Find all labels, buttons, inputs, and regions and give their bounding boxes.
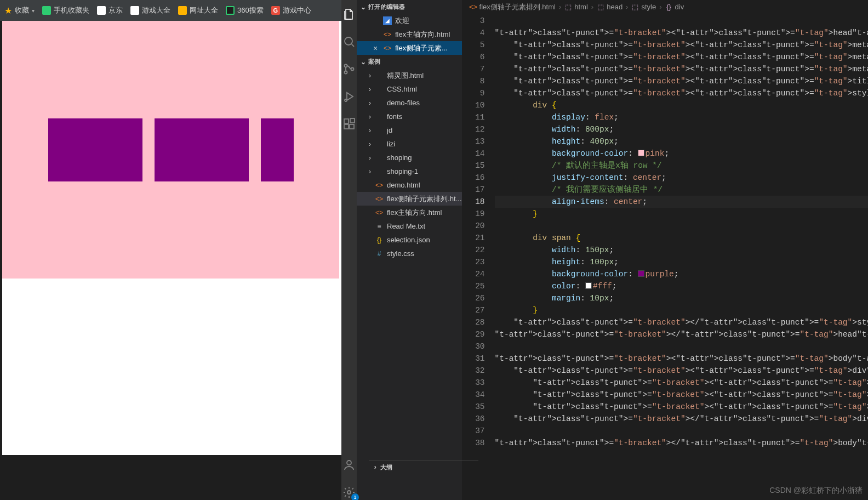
open-editor-welcome[interactable]: ◢ 欢迎 (357, 14, 462, 27)
breadcrumb-div[interactable]: {} div (665, 3, 684, 11)
section-title: 打开的编辑器 (368, 3, 406, 11)
txt-icon: ≡ (375, 222, 384, 231)
extensions-icon[interactable] (341, 116, 357, 132)
phone-icon (42, 6, 51, 15)
run-debug-icon[interactable] (341, 89, 357, 104)
tree-item-label: flex侧轴子元素排列.ht... (387, 194, 462, 204)
bookmark-phone[interactable]: 手机收藏夹 (42, 5, 89, 15)
gamecenter-icon: G (271, 6, 280, 15)
tree-item-label: jd (387, 126, 392, 134)
breadcrumb-html[interactable]: ⬚ html (564, 3, 588, 11)
breadcrumb-file[interactable]: <> flex侧轴子元素排列.html (470, 2, 556, 12)
file-item[interactable]: ›精灵图.html (357, 69, 462, 82)
chevron-icon: › (367, 72, 373, 79)
flex-item (48, 118, 142, 181)
folder-item[interactable]: ›shoping-1 (357, 164, 462, 178)
tree-item-label: CSS.html (387, 85, 417, 93)
search-icon[interactable] (341, 34, 357, 49)
vscode-window: ⌄ 打开的编辑器 ◢ 欢迎 <> flex主轴方向.html × <> flex… (341, 0, 868, 500)
folder-icon (375, 167, 384, 176)
css-icon: # (375, 249, 384, 258)
account-icon[interactable] (341, 457, 357, 473)
file-item[interactable]: <>demo.html (357, 178, 462, 192)
breadcrumb-separator: › (626, 3, 628, 11)
breadcrumb-label: html (574, 3, 588, 11)
tag-icon: ⬚ (597, 3, 604, 11)
activity-bar (341, 0, 357, 500)
file-item[interactable]: <>flex侧轴子元素排列.ht... (357, 192, 462, 206)
breadcrumb-head[interactable]: ⬚ head (597, 3, 623, 11)
bookmark-games[interactable]: 游戏大全 (130, 5, 170, 15)
chevron-down-icon: ▾ (32, 8, 35, 14)
svg-point-9 (347, 461, 351, 465)
breadcrumb-style[interactable]: ⬚ style (631, 3, 656, 11)
bookmark-label: 手机收藏夹 (54, 5, 89, 15)
file-item[interactable]: ›CSS.html (357, 82, 462, 96)
bookmark-sites[interactable]: 网址大全 (178, 5, 218, 15)
folder-item[interactable]: ›jd (357, 123, 462, 137)
file-item[interactable]: {}selection.json (357, 233, 462, 247)
section-title: 案例 (368, 58, 381, 66)
tree-item-label: demo-files (387, 99, 420, 107)
tree-item-label: shoping-1 (387, 167, 418, 175)
file-item[interactable]: ≡Read Me.txt (357, 219, 462, 233)
file-item[interactable]: #style.css (357, 247, 462, 260)
html-icon: <> (375, 195, 384, 203)
welcome-icon: ◢ (383, 16, 392, 25)
folder-item[interactable]: ›demo-files (357, 96, 462, 110)
breadcrumb-separator: › (559, 3, 561, 11)
source-control-icon[interactable] (341, 61, 357, 77)
html-file-icon: <> (383, 44, 392, 53)
browser-viewport (2, 21, 341, 455)
folder-icon (375, 85, 384, 94)
chevron-down-icon: ⌄ (360, 3, 367, 11)
tree-item-label: lizi (387, 140, 395, 148)
folder-item[interactable]: ›lizi (357, 137, 462, 151)
search360-icon (226, 6, 235, 15)
open-editor-label: flex侧轴子元素... (395, 43, 448, 53)
bookmark-jd[interactable]: 京东 (97, 5, 123, 15)
breadcrumb-separator: › (659, 3, 661, 11)
breadcrumbs: <> flex侧轴子元素排列.html › ⬚ html › ⬚ head › … (462, 0, 868, 14)
svg-rect-7 (350, 124, 354, 129)
chevron-icon: › (367, 168, 373, 175)
html-icon: <> (375, 181, 384, 190)
sites-icon (178, 6, 187, 15)
svg-point-1 (345, 65, 347, 67)
settings-gear-icon[interactable] (341, 485, 357, 500)
folder-item[interactable]: ›fonts (357, 110, 462, 123)
open-editor-label: 欢迎 (395, 16, 409, 26)
svg-point-10 (347, 491, 351, 494)
tree-item-label: demo.html (387, 181, 420, 189)
jd-icon (97, 6, 106, 15)
folder-item[interactable]: ›shoping (357, 151, 462, 164)
case-section-header[interactable]: ⌄ 案例 (357, 55, 462, 69)
bookmark-label: 360搜索 (237, 5, 264, 15)
html-file-icon: <> (470, 3, 477, 11)
chevron-icon: › (367, 127, 373, 134)
open-editor-item-active[interactable]: × <> flex侧轴子元素... (357, 41, 462, 55)
tree-item-label: fonts (387, 112, 402, 121)
section-title: 大纲 (380, 463, 393, 471)
json-icon: {} (375, 236, 384, 245)
open-editors-header[interactable]: ⌄ 打开的编辑器 (357, 0, 462, 14)
svg-rect-6 (344, 124, 349, 129)
bookmark-favorites[interactable]: ★ 收藏 ▾ (4, 5, 35, 16)
close-icon[interactable]: × (371, 44, 380, 53)
bookmark-360search[interactable]: 360搜索 (226, 5, 264, 15)
folder-icon (375, 140, 384, 149)
code-text[interactable]: "t-attr">class"t-punct">="t-bracket"><"t… (495, 14, 868, 500)
flex-item (261, 118, 294, 181)
editor-area: <> flex侧轴子元素排列.html › ⬚ html › ⬚ head › … (462, 0, 868, 500)
bookmark-label: 游戏中心 (283, 5, 311, 15)
bookmark-gamecenter[interactable]: G 游戏中心 (271, 5, 311, 15)
folder-icon (375, 112, 384, 121)
tree-item-label: 精灵图.html (387, 71, 424, 81)
code-area[interactable]: 3456789101112131415161718192021222324252… (462, 14, 868, 500)
open-editor-item[interactable]: <> flex主轴方向.html (357, 27, 462, 41)
open-editor-label: flex主轴方向.html (395, 30, 450, 39)
file-item[interactable]: <>flex主轴方向.html (357, 206, 462, 219)
svg-point-3 (351, 68, 354, 71)
line-gutter: 3456789101112131415161718192021222324252… (462, 14, 495, 500)
explorer-icon[interactable] (341, 7, 357, 22)
